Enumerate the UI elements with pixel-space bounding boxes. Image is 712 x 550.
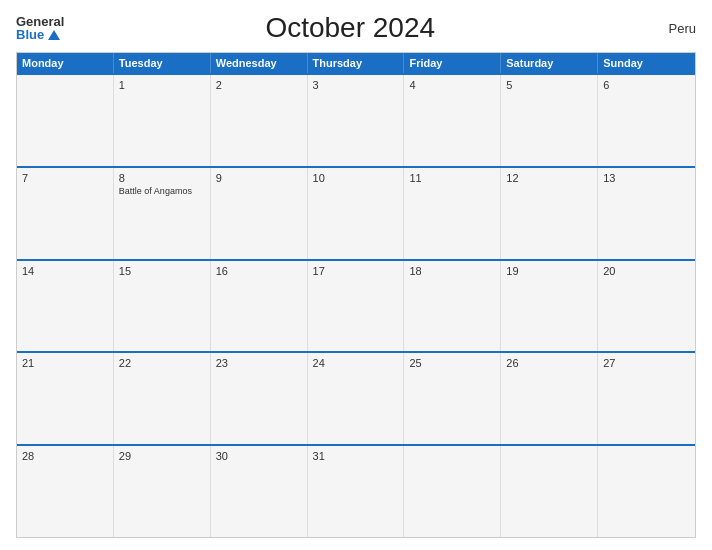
day-cell-w5-sat: [501, 446, 598, 537]
logo[interactable]: General Blue: [16, 15, 64, 41]
day-number: 18: [409, 265, 495, 277]
day-cell-w1-fri: 4: [404, 75, 501, 166]
day-cell-w3-mon: 14: [17, 261, 114, 352]
day-number: 3: [313, 79, 399, 91]
day-cell-w2-tue: 8 Battle of Angamos: [114, 168, 211, 259]
logo-triangle-icon: [48, 30, 60, 40]
day-number: 5: [506, 79, 592, 91]
day-number: 6: [603, 79, 690, 91]
day-number: 30: [216, 450, 302, 462]
day-cell-w4-mon: 21: [17, 353, 114, 444]
day-number: 20: [603, 265, 690, 277]
day-cell-w3-tue: 15: [114, 261, 211, 352]
day-number: 23: [216, 357, 302, 369]
day-cell-w2-thu: 10: [308, 168, 405, 259]
day-cell-w5-thu: 31: [308, 446, 405, 537]
day-cell-w3-sat: 19: [501, 261, 598, 352]
header-monday: Monday: [17, 53, 114, 73]
calendar-weeks: 1 2 3 4 5 6: [17, 73, 695, 537]
day-cell-w1-tue: 1: [114, 75, 211, 166]
day-number: 1: [119, 79, 205, 91]
day-number: 19: [506, 265, 592, 277]
day-number: 12: [506, 172, 592, 184]
day-cell-w5-wed: 30: [211, 446, 308, 537]
day-headers-row: Monday Tuesday Wednesday Thursday Friday…: [17, 53, 695, 73]
day-number: 11: [409, 172, 495, 184]
day-number: 14: [22, 265, 108, 277]
day-event: Battle of Angamos: [119, 186, 205, 197]
day-number: 27: [603, 357, 690, 369]
week-row-4: 21 22 23 24 25 26 27: [17, 351, 695, 444]
day-cell-w5-fri: [404, 446, 501, 537]
day-cell-w3-fri: 18: [404, 261, 501, 352]
day-number: 13: [603, 172, 690, 184]
day-cell-w2-sun: 13: [598, 168, 695, 259]
header-tuesday: Tuesday: [114, 53, 211, 73]
day-number: 8: [119, 172, 205, 184]
calendar-page: General Blue October 2024 Peru Monday Tu…: [0, 0, 712, 550]
country-label: Peru: [636, 21, 696, 36]
day-cell-w4-sun: 27: [598, 353, 695, 444]
header: General Blue October 2024 Peru: [16, 12, 696, 44]
header-thursday: Thursday: [308, 53, 405, 73]
day-number: 4: [409, 79, 495, 91]
day-number: 2: [216, 79, 302, 91]
day-cell-w5-mon: 28: [17, 446, 114, 537]
day-cell-w4-sat: 26: [501, 353, 598, 444]
day-cell-w1-wed: 2: [211, 75, 308, 166]
week-row-1: 1 2 3 4 5 6: [17, 73, 695, 166]
day-cell-w3-wed: 16: [211, 261, 308, 352]
header-sunday: Sunday: [598, 53, 695, 73]
day-number: 24: [313, 357, 399, 369]
day-number: 10: [313, 172, 399, 184]
day-number: 25: [409, 357, 495, 369]
header-friday: Friday: [404, 53, 501, 73]
day-cell-w1-mon: [17, 75, 114, 166]
day-cell-w4-thu: 24: [308, 353, 405, 444]
day-cell-w2-wed: 9: [211, 168, 308, 259]
header-saturday: Saturday: [501, 53, 598, 73]
day-number: 28: [22, 450, 108, 462]
day-cell-w4-tue: 22: [114, 353, 211, 444]
day-number: 15: [119, 265, 205, 277]
logo-blue-row: Blue: [16, 28, 60, 41]
day-cell-w3-thu: 17: [308, 261, 405, 352]
day-cell-w1-thu: 3: [308, 75, 405, 166]
logo-blue-text: Blue: [16, 28, 44, 41]
day-cell-w2-mon: 7: [17, 168, 114, 259]
week-row-3: 14 15 16 17 18 19 20: [17, 259, 695, 352]
header-wednesday: Wednesday: [211, 53, 308, 73]
day-number: 16: [216, 265, 302, 277]
day-cell-w1-sun: 6: [598, 75, 695, 166]
day-cell-w2-sat: 12: [501, 168, 598, 259]
calendar-title: October 2024: [64, 12, 636, 44]
day-cell-w4-fri: 25: [404, 353, 501, 444]
day-cell-w3-sun: 20: [598, 261, 695, 352]
day-number: 26: [506, 357, 592, 369]
day-cell-w1-sat: 5: [501, 75, 598, 166]
week-row-2: 7 8 Battle of Angamos 9 10 11 12: [17, 166, 695, 259]
day-number: 22: [119, 357, 205, 369]
day-number: 21: [22, 357, 108, 369]
calendar-grid: Monday Tuesday Wednesday Thursday Friday…: [16, 52, 696, 538]
day-cell-w2-fri: 11: [404, 168, 501, 259]
day-cell-w5-sun: [598, 446, 695, 537]
day-number: 29: [119, 450, 205, 462]
day-number: 9: [216, 172, 302, 184]
day-cell-w4-wed: 23: [211, 353, 308, 444]
day-number: 17: [313, 265, 399, 277]
day-number: 7: [22, 172, 108, 184]
day-cell-w5-tue: 29: [114, 446, 211, 537]
week-row-5: 28 29 30 31: [17, 444, 695, 537]
day-number: 31: [313, 450, 399, 462]
